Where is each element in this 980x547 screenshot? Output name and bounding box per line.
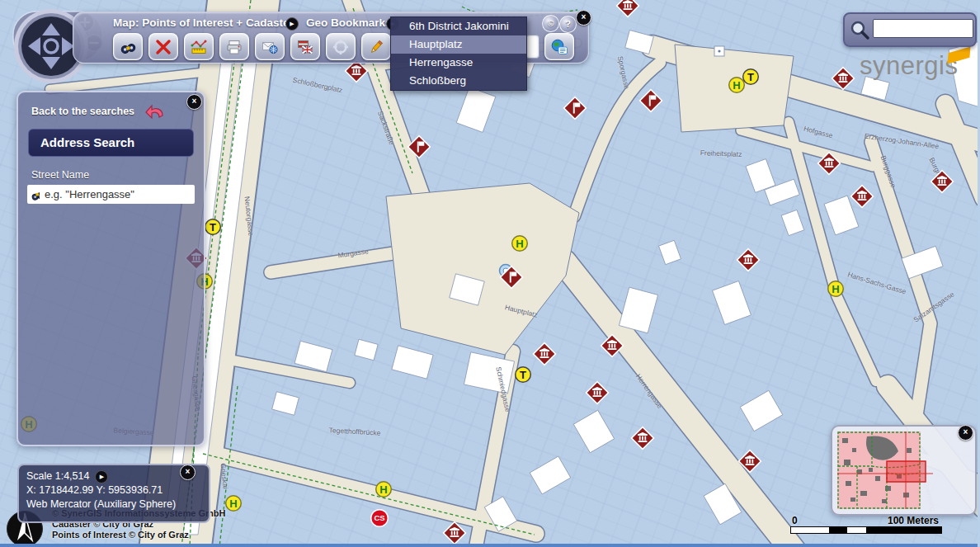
poi-marker-tram-stop[interactable]: T	[741, 67, 761, 90]
panel-title: Address Search	[28, 129, 194, 157]
panel-close-button[interactable]: ×	[186, 94, 202, 110]
scale-options-arrow-icon[interactable]: ▶	[95, 470, 108, 483]
hidden-toolbar-button[interactable]	[525, 35, 539, 59]
poi-marker-tram-stop[interactable]: T	[513, 365, 533, 388]
toolbar-icon-language[interactable]	[290, 33, 320, 60]
toolbar-icon-send-map[interactable]	[255, 33, 285, 60]
scale-bar: 0 100 Meters	[790, 515, 942, 534]
toolbar-close-button[interactable]: ×	[576, 10, 591, 26]
help-button[interactable]: ?	[559, 16, 577, 33]
svg-text:H: H	[832, 283, 839, 295]
poi-marker-museum[interactable]	[615, 0, 640, 21]
poi-marker-museum[interactable]	[532, 342, 557, 370]
poi-marker-museum[interactable]	[831, 66, 855, 94]
street-name-input[interactable]	[43, 187, 191, 201]
toolbar-icon-print[interactable]	[219, 33, 249, 60]
svg-text:H: H	[733, 79, 740, 92]
toolbar-icon-legend[interactable]	[544, 33, 574, 60]
window-edge-bottom	[0, 544, 980, 547]
street-name-label: Street Name	[31, 169, 204, 181]
bookmark-item[interactable]: Schloßberg	[391, 72, 526, 90]
svg-text:CS: CS	[374, 513, 384, 522]
poi-marker-museum[interactable]	[600, 333, 624, 361]
bookmark-item[interactable]: Hauptplatz	[391, 35, 526, 54]
svg-text:T: T	[520, 369, 526, 381]
pan-center-button[interactable]	[45, 40, 58, 53]
coordinates-value: X: 1718442.99 Y: 5953936.71	[26, 483, 201, 497]
toolbar-icon-clear-selection[interactable]	[148, 33, 178, 60]
poi-marker-city-service[interactable]: CS	[370, 508, 389, 531]
back-to-searches-link[interactable]: Back to the searches	[31, 103, 191, 120]
poi-marker-bus-stop[interactable]: H	[374, 479, 393, 502]
poi-marker-museum[interactable]	[737, 449, 762, 477]
back-arrow-icon	[144, 103, 166, 120]
poi-marker-flag[interactable]	[407, 134, 431, 163]
overview-close-button[interactable]: ×	[958, 425, 973, 441]
quick-search-box	[843, 12, 977, 47]
scalebar-zero-label: 0	[792, 515, 798, 526]
poi-marker-bus-stop[interactable]: H	[224, 493, 243, 516]
poi-marker-bus-stop[interactable]: H	[826, 279, 846, 302]
poi-marker-tram-stop[interactable]: T	[203, 217, 223, 240]
street-name-field-wrap	[27, 185, 195, 204]
svg-text:H: H	[379, 483, 387, 496]
poi-marker-museum[interactable]	[850, 184, 874, 212]
map-title: Map: Points of Interest + Cadaster	[113, 17, 294, 29]
copyright-button[interactable]: ©	[542, 15, 559, 32]
scale-value: Scale 1:4,514	[26, 469, 89, 483]
scalebar-graphic	[790, 526, 942, 534]
geo-bookmarks-menu-button[interactable]: Geo Bookmarks	[306, 17, 392, 29]
toolbar-icon-draw[interactable]	[361, 33, 391, 60]
bookmark-item[interactable]: 6th District Jakomini	[391, 17, 526, 35]
svg-text:H: H	[229, 497, 237, 510]
poi-marker-flag[interactable]	[563, 96, 587, 124]
poi-marker-museum[interactable]	[817, 151, 841, 179]
poi-marker-museum[interactable]	[630, 426, 655, 454]
svg-text:T: T	[747, 71, 754, 83]
attribution-line: Points of Interest © City of Graz	[52, 530, 225, 540]
bookmark-item[interactable]: Herrengasse	[391, 54, 526, 72]
scale-status-panel: × Scale 1:4,514 ▶ X: 1718442.99 Y: 59539…	[17, 464, 210, 523]
status-close-button[interactable]: ×	[180, 464, 196, 480]
svg-text:H: H	[516, 238, 523, 250]
geo-bookmarks-dropdown: 6th District JakominiHauptplatzHerrengas…	[390, 17, 527, 91]
poi-marker-flag[interactable]	[638, 88, 663, 116]
binoculars-icon	[31, 189, 40, 200]
poi-marker-museum[interactable]	[585, 380, 610, 408]
toolbar-icon-measure[interactable]	[184, 33, 214, 60]
address-search-panel: × Back to the searches Address Search St…	[16, 91, 205, 446]
svg-text:T: T	[210, 221, 216, 233]
poi-marker-bus-stop[interactable]: H	[510, 233, 530, 257]
overview-map[interactable]	[832, 427, 975, 514]
poi-marker-flag[interactable]	[499, 265, 524, 293]
quick-search-input[interactable]	[873, 19, 973, 38]
map-switch-arrow-icon[interactable]: ▶	[285, 17, 299, 31]
poi-marker-museum[interactable]	[930, 169, 954, 197]
map-extent-rectangle[interactable]	[887, 461, 926, 482]
projection-value: Web Mercator (Auxiliary Sphere)	[26, 497, 201, 512]
poi-marker-museum[interactable]	[736, 248, 761, 276]
toolbar-icon-locate[interactable]	[326, 33, 356, 60]
toolbar-icon-search[interactable]	[113, 33, 143, 60]
search-icon[interactable]	[849, 19, 870, 40]
back-to-searches-label: Back to the searches	[31, 106, 134, 117]
overview-map-panel: ×	[831, 425, 977, 516]
